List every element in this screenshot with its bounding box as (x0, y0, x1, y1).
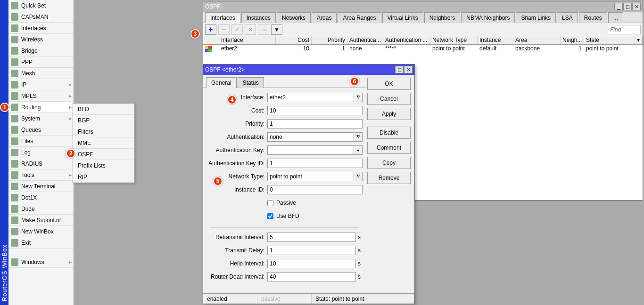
disable-button[interactable]: ✕ (245, 24, 256, 35)
col-flag[interactable] (203, 36, 219, 44)
menu-mesh[interactable]: Mesh (8, 68, 74, 79)
minimize-button[interactable]: ▁ (614, 3, 623, 10)
submenu-rip[interactable]: RIP (73, 171, 134, 183)
menu-dude[interactable]: Dude (8, 203, 74, 215)
authkeyid-input[interactable] (267, 159, 363, 168)
ospf-titlebar[interactable]: OSPF ▁ ◻ ✕ (203, 1, 643, 12)
submenu-ospf[interactable]: OSPF (73, 149, 134, 160)
terminal-icon (11, 183, 18, 190)
col-priority[interactable]: Priority (312, 36, 347, 44)
priority-input[interactable] (267, 119, 363, 128)
tab-general[interactable]: General (206, 77, 237, 88)
close-button[interactable]: ✕ (404, 66, 413, 73)
hello-input[interactable] (267, 259, 356, 268)
cancel-button[interactable]: Cancel (367, 93, 411, 105)
cell-area: backbone (513, 45, 561, 53)
tab-nbmaneighbors[interactable]: NBMA Neighbors (461, 12, 515, 23)
col-authkey[interactable]: Authentication ... (383, 36, 430, 44)
menu-capsman[interactable]: CAPsMAN (8, 11, 74, 23)
menu-wireless[interactable]: Wireless (8, 34, 74, 45)
authkey-expand[interactable]: ▾ (354, 145, 363, 155)
menu-interfaces[interactable]: Interfaces (8, 23, 74, 34)
menu-files[interactable]: Files (8, 136, 74, 147)
menu-exit[interactable]: Exit (8, 237, 74, 249)
menu-supout[interactable]: Make Supout.rif (8, 215, 74, 226)
auth-dropdown[interactable]: ⧨ (354, 132, 363, 142)
disable-button[interactable]: Disable (367, 127, 411, 139)
tab-routes[interactable]: Routes (579, 12, 607, 23)
menu-queues[interactable]: Queues (8, 124, 74, 136)
detail-titlebar[interactable]: OSPF <ether2> ◻ ✕ (203, 64, 414, 75)
tab-shamlinks[interactable]: Sham Links (516, 12, 556, 23)
col-cost[interactable]: Cost (276, 36, 312, 44)
apply-button[interactable]: Apply (367, 108, 411, 120)
maximize-button[interactable]: ◻ (623, 3, 632, 10)
menu-system[interactable]: System▸ (8, 113, 74, 124)
menu-radius[interactable]: RADIUS (8, 158, 74, 169)
submenu-bfd[interactable]: BFD (73, 104, 134, 115)
auth-input[interactable] (267, 132, 354, 142)
txdelay-input[interactable] (267, 246, 356, 255)
menu-ip[interactable]: IP▸ (8, 79, 74, 90)
submenu-filters[interactable]: Filters (73, 126, 134, 137)
col-area[interactable]: Area (513, 36, 561, 44)
menu-newwinbox[interactable]: New WinBox (8, 226, 74, 237)
menu-log[interactable]: Log (8, 147, 74, 158)
tab-lsa[interactable]: LSA (557, 12, 578, 23)
menu-bridge[interactable]: Bridge (8, 45, 74, 56)
add-button[interactable]: + (205, 24, 216, 35)
menu-windows[interactable]: Windows▸ (8, 257, 74, 268)
submenu-prefixlists[interactable]: Prefix Lists (73, 160, 134, 171)
col-state[interactable]: State (584, 36, 635, 44)
col-neigh[interactable]: Neigh... (561, 36, 584, 44)
cell-instance: default (478, 45, 513, 53)
dead-input[interactable] (267, 272, 356, 281)
interface-dropdown[interactable]: ⧨ (354, 93, 363, 102)
table-row[interactable]: ether2 10 1 none ***** point to point de… (203, 45, 643, 53)
copy-button[interactable]: Copy (367, 157, 411, 169)
nettype-dropdown[interactable]: ⧨ (354, 172, 363, 181)
tab-more[interactable]: ... (608, 12, 623, 23)
close-button[interactable]: ✕ (632, 3, 641, 10)
menu-newterminal[interactable]: New Terminal (8, 181, 74, 192)
menu-quickset[interactable]: Quick Set (8, 0, 74, 11)
interface-input[interactable] (267, 93, 354, 102)
remove-button[interactable]: Remove (367, 172, 411, 184)
menu-routing[interactable]: Routing▸ (8, 102, 74, 113)
col-nettype[interactable]: Network Type (430, 36, 478, 44)
mesh-icon (11, 70, 18, 77)
tab-areas[interactable]: Areas (312, 12, 337, 23)
submenu-mme[interactable]: MME (73, 137, 134, 149)
menu-tools[interactable]: Tools▸ (8, 169, 74, 181)
usebfd-checkbox[interactable] (267, 213, 273, 219)
tab-neighbors[interactable]: Neighbors (424, 12, 461, 23)
menu-mpls[interactable]: MPLS▸ (8, 90, 74, 102)
col-instance[interactable]: Instance (478, 36, 513, 44)
col-dropdown[interactable]: ▾ (635, 36, 643, 44)
passive-checkbox[interactable] (267, 200, 273, 206)
tab-virtuallinks[interactable]: Virtual Links (382, 12, 423, 23)
tab-arearanges[interactable]: Area Ranges (338, 12, 381, 23)
filter-button[interactable]: ▼ (271, 24, 282, 35)
ok-button[interactable]: OK (367, 78, 411, 90)
authkey-input[interactable] (267, 145, 354, 155)
comment-button[interactable]: Comment (367, 142, 411, 154)
col-interface[interactable]: Interface (219, 36, 276, 44)
menu-dot1x[interactable]: Dot1X (8, 192, 74, 203)
comment-button[interactable]: ▭ (258, 24, 269, 35)
tab-instances[interactable]: Instances (241, 12, 276, 23)
col-auth[interactable]: Authentica... (347, 36, 383, 44)
nettype-input[interactable] (267, 172, 354, 181)
enable-button[interactable]: ✓ (231, 24, 243, 35)
instanceid-input[interactable] (267, 185, 363, 194)
find-input[interactable] (608, 25, 641, 34)
tab-status[interactable]: Status (238, 77, 264, 88)
remove-button[interactable]: – (218, 24, 230, 35)
cost-input[interactable] (267, 106, 363, 115)
maximize-button[interactable]: ◻ (395, 66, 404, 73)
submenu-bgp[interactable]: BGP (73, 115, 134, 126)
tab-interfaces[interactable]: Interfaces (205, 12, 240, 23)
menu-ppp[interactable]: PPP (8, 56, 74, 68)
tab-networks[interactable]: Networks (277, 12, 311, 23)
retx-input[interactable] (267, 233, 356, 242)
